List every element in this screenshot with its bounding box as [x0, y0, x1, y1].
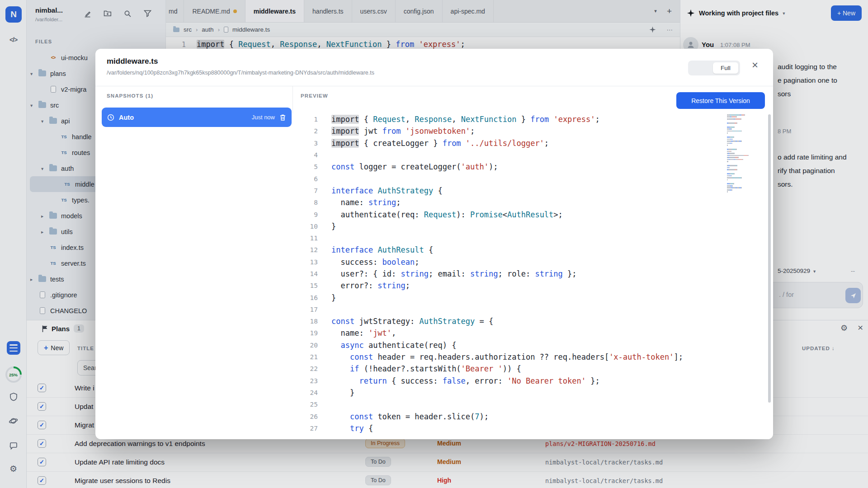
code-line: 21 const header = req.headers.authorizat… — [292, 351, 773, 363]
line-number: 18 — [292, 318, 318, 325]
app-window: N </> 25% ⚙ nimbal... /var/folder... — [0, 0, 868, 488]
line-number: 23 — [292, 377, 318, 385]
view-toggle[interactable]: Full — [688, 61, 740, 75]
line-number: 12 — [292, 246, 318, 253]
trash-icon[interactable] — [279, 114, 286, 121]
scrollbar-thumb[interactable] — [768, 114, 771, 403]
code-text: return { success: false, error: 'No Bear… — [331, 376, 600, 385]
line-number: 21 — [292, 353, 318, 361]
modal-close-icon[interactable]: × — [752, 60, 758, 70]
code-text: const header = req.headers.authorization… — [331, 352, 683, 361]
code-line: 18const jwtStrategy: AuthStrategy = { — [292, 315, 773, 327]
code-text: } — [331, 293, 336, 302]
clock-icon — [107, 114, 114, 121]
code-text: try { — [331, 424, 373, 433]
code-line: 26 const token = header.slice(7); — [292, 410, 773, 422]
code-line: 20 async authenticate(req) { — [292, 339, 773, 351]
snapshot-time: Just now — [252, 114, 275, 121]
line-number: 20 — [292, 342, 318, 349]
snapshot-item[interactable]: Auto Just now — [102, 108, 292, 127]
code-line: 14 user?: { id: string; email: string; r… — [292, 268, 773, 280]
header-divider — [95, 86, 773, 86]
line-number: 19 — [292, 329, 318, 337]
code-line: 27 try { — [292, 422, 773, 434]
code-line: 2import jwt from 'jsonwebtoken'; — [292, 125, 773, 137]
code-text: user?: { id: string; email: string; role… — [331, 269, 577, 278]
line-number: 17 — [292, 306, 318, 313]
line-number: 11 — [292, 235, 318, 242]
code-line: 7interface AuthStrategy { — [292, 185, 773, 197]
line-number: 10 — [292, 223, 318, 230]
modal-file-path: /var/folders/nq/100p8zcn3xg7h7kgk65ksp88… — [107, 70, 374, 76]
line-number: 8 — [292, 199, 318, 206]
code-text: const token = header.slice(7); — [331, 412, 489, 421]
code-line: 1import { Request, Response, NextFunctio… — [292, 113, 773, 125]
code-line: 11 — [292, 232, 773, 244]
code-text: interface AuthResult { — [331, 245, 433, 254]
code-text: } — [331, 388, 354, 397]
line-number: 3 — [292, 140, 318, 147]
code-line: 6 — [292, 173, 773, 184]
code-preview: 1import { Request, Response, NextFunctio… — [292, 113, 773, 439]
code-text: if (!header?.startsWith('Bearer ')) { — [331, 364, 521, 373]
code-line: 10} — [292, 221, 773, 232]
code-line: 16} — [292, 291, 773, 303]
line-number: 7 — [292, 187, 318, 194]
snapshot-modal: middleware.ts /var/folders/nq/100p8zcn3x… — [95, 49, 773, 439]
code-text: error?: string; — [331, 281, 410, 290]
code-line: 23 return { success: false, error: 'No B… — [292, 375, 773, 387]
code-text: name: string; — [331, 198, 401, 207]
code-line: 13 success: boolean; — [292, 256, 773, 268]
code-line: 25 — [292, 399, 773, 410]
code-text: authenticate(req: Request): Promise<Auth… — [331, 210, 563, 219]
line-number: 15 — [292, 282, 318, 289]
line-number: 1 — [292, 116, 318, 123]
line-number: 27 — [292, 425, 318, 432]
line-number: 26 — [292, 413, 318, 420]
code-text: const logger = createLogger('auth'); — [331, 162, 498, 171]
code-text: const jwtStrategy: AuthStrategy = { — [331, 317, 493, 326]
minimap — [727, 114, 764, 195]
code-line: 15 error?: string; — [292, 280, 773, 291]
line-number: 5 — [292, 163, 318, 170]
code-line: 4 — [292, 149, 773, 161]
line-number: 4 — [292, 151, 318, 159]
toggle-full-option[interactable]: Full — [713, 62, 738, 74]
preview-section-label: PREVIEW — [301, 93, 328, 99]
code-line: 24 } — [292, 387, 773, 399]
code-text: import jwt from 'jsonwebtoken'; — [331, 127, 475, 136]
code-text: async authenticate(req) { — [331, 341, 456, 350]
line-number: 13 — [292, 258, 318, 266]
code-line: 3import { createLogger } from '../utils/… — [292, 137, 773, 149]
restore-version-button[interactable]: Restore This Version — [676, 92, 765, 109]
line-number: 25 — [292, 401, 318, 408]
line-number: 24 — [292, 389, 318, 396]
line-number: 22 — [292, 365, 318, 372]
code-text: name: 'jwt', — [331, 328, 396, 338]
line-number: 6 — [292, 175, 318, 183]
line-number: 16 — [292, 294, 318, 301]
line-number: 2 — [292, 127, 318, 135]
code-text: interface AuthStrategy { — [331, 186, 443, 195]
modal-title: middleware.ts — [107, 57, 158, 66]
code-text: } — [331, 222, 336, 231]
line-number: 9 — [292, 211, 318, 218]
line-number: 14 — [292, 270, 318, 277]
snapshots-section-label: SNAPSHOTS (1) — [107, 93, 153, 99]
code-line: 5const logger = createLogger('auth'); — [292, 161, 773, 173]
code-line: 19 name: 'jwt', — [292, 327, 773, 339]
code-line: 9 authenticate(req: Request): Promise<Au… — [292, 208, 773, 220]
code-text: import { createLogger } from '../utils/l… — [331, 139, 549, 148]
code-text: success: boolean; — [331, 258, 420, 267]
code-line: 8 name: string; — [292, 197, 773, 208]
code-line: 12interface AuthResult { — [292, 244, 773, 256]
code-line: 17 — [292, 304, 773, 315]
snapshot-name: Auto — [119, 114, 134, 121]
code-line: 22 if (!header?.startsWith('Bearer ')) { — [292, 363, 773, 375]
code-text: import { Request, Response, NextFunction… — [331, 115, 600, 124]
